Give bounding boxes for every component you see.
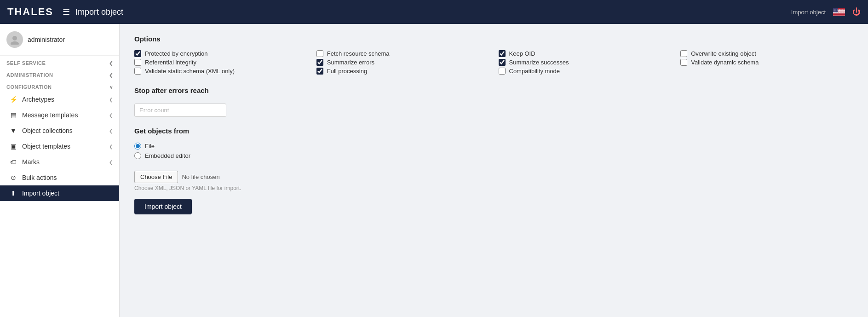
main-layout: administrator SELF SERVICE ❮ ADMINISTRAT… <box>0 24 868 317</box>
administration-chevron: ❮ <box>109 73 113 78</box>
menu-icon[interactable]: ☰ <box>63 7 70 17</box>
choose-file-button[interactable]: Choose File <box>134 171 178 183</box>
sidebar-section-administration[interactable]: ADMINISTRATION ❮ <box>0 68 119 80</box>
get-objects-section: Get objects from File Embedded editor <box>134 127 853 161</box>
checkbox-keep-oid[interactable]: Keep OID <box>499 49 672 58</box>
get-objects-title: Get objects from <box>134 127 853 135</box>
sidebar-item-object-collections[interactable]: ▼ Object collections ❮ <box>0 123 119 138</box>
cb-protected-by-encryption[interactable] <box>134 50 141 57</box>
checkbox-referential-integrity[interactable]: Referential integrity <box>134 58 307 67</box>
checkbox-protected-by-encryption[interactable]: Protected by encryption <box>134 49 307 58</box>
username: administrator <box>28 36 65 43</box>
bulk-actions-label: Bulk actions <box>22 174 57 181</box>
options-col-4: Overwrite existing object Validate dynam… <box>680 49 853 75</box>
self-service-chevron: ❮ <box>109 61 113 66</box>
radio-embedded-editor[interactable]: Embedded editor <box>134 151 853 161</box>
cb-summarize-errors-label: Summarize errors <box>327 59 374 66</box>
checkbox-summarize-errors[interactable]: Summarize errors <box>316 58 489 67</box>
object-collections-label: Object collections <box>22 127 73 134</box>
cb-full-processing-label: Full processing <box>327 68 367 75</box>
file-chooser-section: Choose File No file chosen Choose XML, J… <box>134 171 853 191</box>
configuration-chevron: ∨ <box>109 85 113 90</box>
radio-file[interactable]: File <box>134 141 853 151</box>
options-col-3: Keep OID Summarize successes Compatibili… <box>499 49 672 75</box>
sidebar-item-message-templates[interactable]: ▤ Message templates ❮ <box>0 107 119 123</box>
checkbox-validate-dynamic-schema[interactable]: Validate dynamic schema <box>680 58 853 67</box>
marks-label: Marks <box>22 158 40 166</box>
sidebar-item-archetypes[interactable]: ⚡ Archetypes ❮ <box>0 92 119 107</box>
svg-rect-11 <box>833 15 845 15</box>
administration-label: ADMINISTRATION <box>6 72 53 78</box>
import-object-button[interactable]: Import object <box>134 199 192 214</box>
self-service-label: SELF SERVICE <box>6 60 46 66</box>
message-templates-chevron: ❮ <box>109 113 113 118</box>
svg-point-18 <box>11 41 19 45</box>
message-templates-label: Message templates <box>22 111 78 119</box>
checkbox-overwrite-existing-object[interactable]: Overwrite existing object <box>680 49 853 58</box>
sidebar-item-import-object[interactable]: ⬆ Import object <box>0 185 119 201</box>
marks-chevron: ❮ <box>109 160 113 165</box>
cb-referential-integrity[interactable] <box>134 59 141 66</box>
content-area: Options Protected by encryption Referent… <box>120 24 868 317</box>
cb-summarize-successes-label: Summarize successes <box>509 59 569 66</box>
radio-embedded-editor-input[interactable] <box>134 152 141 159</box>
message-templates-icon: ▤ <box>9 111 17 119</box>
file-chooser-row: Choose File No file chosen <box>134 171 853 183</box>
cb-fetch-resource-schema[interactable] <box>316 50 323 57</box>
sidebar-item-bulk-actions[interactable]: ⊙ Bulk actions <box>0 170 119 185</box>
cb-validate-dynamic-label: Validate dynamic schema <box>691 59 759 66</box>
stop-errors-section: Stop after errors reach <box>134 86 853 117</box>
archetypes-chevron: ❮ <box>109 97 113 102</box>
sidebar-item-marks[interactable]: 🏷 Marks ❮ <box>0 154 119 170</box>
navbar-import-label: Import object <box>791 9 826 16</box>
object-collections-icon: ▼ <box>9 127 17 134</box>
configuration-label: CONFIGURATION <box>6 84 52 90</box>
navbar-right: Import object ★ ★ ★ ★ ★ ★ ★ ★ ★ ★ ★ ★ ★ … <box>791 7 861 17</box>
sidebar: administrator SELF SERVICE ❮ ADMINISTRAT… <box>0 24 120 317</box>
sidebar-section-configuration[interactable]: CONFIGURATION ∨ <box>0 80 119 92</box>
bulk-actions-icon: ⊙ <box>9 174 17 181</box>
checkbox-validate-static-schema[interactable]: Validate static schema (XML only) <box>134 67 307 75</box>
radio-embedded-editor-label: Embedded editor <box>145 152 190 159</box>
checkbox-summarize-successes[interactable]: Summarize successes <box>499 58 672 67</box>
avatar <box>6 31 23 48</box>
power-icon[interactable]: ⏻ <box>852 7 861 17</box>
flag-icon: ★ ★ ★ ★ ★ ★ ★ ★ ★ ★ ★ ★ ★ ★ ★ ★ ★ <box>833 8 845 16</box>
object-templates-label: Object templates <box>22 143 70 150</box>
checkbox-compatibility-mode[interactable]: Compatibility mode <box>499 67 672 75</box>
cb-validate-static-schema[interactable] <box>134 68 141 75</box>
svg-rect-12 <box>833 15 845 16</box>
cb-summarize-errors[interactable] <box>316 59 323 66</box>
import-object-label: Import object <box>22 190 59 197</box>
svg-rect-9 <box>833 13 845 14</box>
svg-point-17 <box>12 36 17 40</box>
cb-referential-label: Referential integrity <box>145 59 196 66</box>
object-templates-chevron: ❮ <box>109 144 113 149</box>
cb-fetch-resource-label: Fetch resource schema <box>327 50 390 57</box>
brand-logo: THALES <box>7 6 53 18</box>
cb-compatibility-mode[interactable] <box>499 68 506 75</box>
error-count-input[interactable] <box>134 104 226 117</box>
cb-summarize-successes[interactable] <box>499 59 506 66</box>
sidebar-item-object-templates[interactable]: ▣ Object templates ❮ <box>0 138 119 154</box>
sidebar-section-self-service[interactable]: SELF SERVICE ❮ <box>0 56 119 68</box>
object-collections-chevron: ❮ <box>109 128 113 133</box>
options-grid: Protected by encryption Referential inte… <box>134 49 853 75</box>
cb-keep-oid[interactable] <box>499 50 506 57</box>
checkbox-fetch-resource-schema[interactable]: Fetch resource schema <box>316 49 489 58</box>
archetypes-icon: ⚡ <box>9 96 17 103</box>
cb-overwrite-existing-object[interactable] <box>680 50 687 57</box>
options-col-1: Protected by encryption Referential inte… <box>134 49 307 75</box>
options-title: Options <box>134 35 853 43</box>
cb-full-processing[interactable] <box>316 68 323 75</box>
cb-protected-label: Protected by encryption <box>145 50 208 57</box>
file-hint: Choose XML, JSON or YAML file for import… <box>134 185 853 191</box>
cb-validate-dynamic-schema[interactable] <box>680 59 687 66</box>
navbar-title: Import object <box>75 7 123 17</box>
cb-validate-static-label: Validate static schema (XML only) <box>145 68 235 75</box>
stop-errors-title: Stop after errors reach <box>134 86 853 94</box>
radio-file-input[interactable] <box>134 143 141 150</box>
no-file-text: No file chosen <box>182 173 219 180</box>
options-col-2: Fetch resource schema Summarize errors F… <box>316 49 489 75</box>
checkbox-full-processing[interactable]: Full processing <box>316 67 489 75</box>
